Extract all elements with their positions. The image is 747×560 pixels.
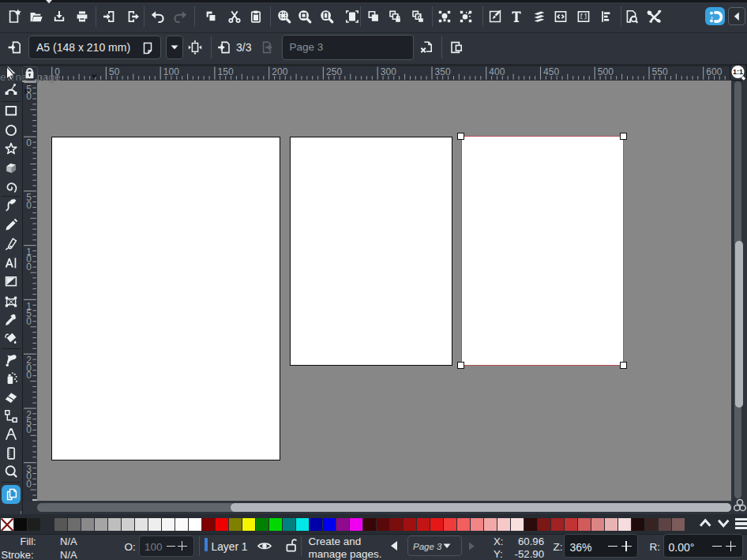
svg-text:1:1: 1:1 xyxy=(732,68,742,76)
